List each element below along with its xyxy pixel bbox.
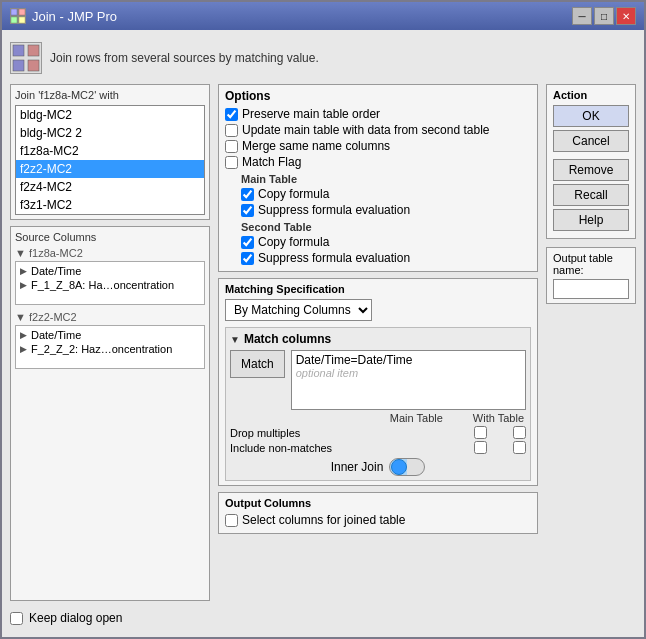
second-copy-formula-label: Copy formula <box>258 235 329 249</box>
action-title: Action <box>553 89 629 101</box>
inner-join-label: Inner Join <box>331 460 384 474</box>
list-item[interactable]: bldg-MC2 <box>16 106 204 124</box>
footer-row: Keep dialog open <box>10 607 636 629</box>
source-section-2: ▼ f2z2-MC2 ▶ Date/Time ▶ F_2_Z_2: Haz…on… <box>15 311 205 369</box>
output-name-input[interactable] <box>553 279 629 299</box>
match-columns-content: Match Date/Time=Date/Time optional item <box>230 350 526 410</box>
output-name-group: Output table name: <box>546 247 636 304</box>
include-non-matches-row: Include non-matches <box>230 441 526 454</box>
join-with-title: Join 'f1z8a-MC2' with <box>15 89 205 101</box>
title-bar-buttons: ─ □ ✕ <box>572 7 636 25</box>
list-item[interactable]: f1z8a-MC2 <box>16 142 204 160</box>
match-flag-label: Match Flag <box>242 155 301 169</box>
match-columns-group: ▼ Match columns Match Date/Time=Date/Tim… <box>225 327 531 481</box>
small-triangle-icon: ▶ <box>20 344 27 354</box>
content-area: Join rows from several sources by matchi… <box>2 30 644 637</box>
triangle-icon: ▼ <box>15 247 26 259</box>
include-non-matches-main-checkbox[interactable] <box>474 441 487 454</box>
match-flag-checkbox[interactable] <box>225 156 238 169</box>
match-columns-box[interactable]: Date/Time=Date/Time optional item <box>291 350 526 410</box>
include-non-matches-label: Include non-matches <box>230 442 332 454</box>
small-triangle-icon: ▶ <box>20 280 27 290</box>
recall-button[interactable]: Recall <box>553 184 629 206</box>
keep-dialog-label: Keep dialog open <box>29 611 122 625</box>
svg-rect-7 <box>28 60 39 71</box>
main-copy-formula-checkbox[interactable] <box>241 188 254 201</box>
title-bar-left: Join - JMP Pro <box>10 8 117 24</box>
drop-multiples-checkboxes <box>474 426 526 439</box>
matching-spec-group: Matching Specification By Matching Colum… <box>218 278 538 486</box>
main-copy-formula-label: Copy formula <box>258 187 329 201</box>
second-suppress-row: Suppress formula evaluation <box>241 251 531 265</box>
main-table-section: Main Table Copy formula Suppress formula… <box>241 173 531 217</box>
svg-rect-6 <box>28 45 39 56</box>
svg-rect-5 <box>13 60 24 71</box>
second-suppress-label: Suppress formula evaluation <box>258 251 410 265</box>
output-columns-title: Output Columns <box>225 497 531 509</box>
svg-rect-2 <box>11 17 17 23</box>
minimize-button[interactable]: ─ <box>572 7 592 25</box>
list-item[interactable]: f2z4-MC2 <box>16 178 204 196</box>
source-section-1-box: ▶ Date/Time ▶ F_1_Z_8A: Ha…oncentration <box>15 261 205 305</box>
select-columns-row: Select columns for joined table <box>225 513 531 527</box>
match-columns-label: Match columns <box>244 332 331 346</box>
right-panel: Action OK Cancel Remove Recall Help Outp… <box>546 84 636 601</box>
matching-columns-dropdown[interactable]: By Matching Columns Cartesian Join <box>225 299 372 321</box>
action-group: Action OK Cancel Remove Recall Help <box>546 84 636 239</box>
restore-button[interactable]: □ <box>594 7 614 25</box>
second-copy-formula-row: Copy formula <box>241 235 531 249</box>
output-columns-group: Output Columns Select columns for joined… <box>218 492 538 534</box>
merge-same-label: Merge same name columns <box>242 139 390 153</box>
source-columns-group: Source Columns ▼ f1z8a-MC2 ▶ Date/Time <box>10 226 210 601</box>
drop-multiples-label: Drop multiples <box>230 427 300 439</box>
match-columns-header: ▼ Match columns <box>230 332 526 346</box>
second-table-section: Second Table Copy formula Suppress formu… <box>241 221 531 265</box>
match-button[interactable]: Match <box>230 350 285 378</box>
svg-rect-3 <box>19 17 25 23</box>
main-suppress-checkbox[interactable] <box>241 204 254 217</box>
source-item: ▶ Date/Time <box>20 264 200 278</box>
source-section-1: ▼ f1z8a-MC2 ▶ Date/Time ▶ F_1_Z_8A: Ha…o… <box>15 247 205 305</box>
list-item[interactable]: f3z1-MC2 <box>16 196 204 214</box>
header-description: Join rows from several sources by matchi… <box>50 51 319 65</box>
list-item[interactable]: bldg-MC2 2 <box>16 124 204 142</box>
preserve-order-checkbox[interactable] <box>225 108 238 121</box>
main-table-column-label: Main Table <box>390 412 443 424</box>
ok-button[interactable]: OK <box>553 105 629 127</box>
drop-multiples-main-checkbox[interactable] <box>474 426 487 439</box>
source-item: ▶ Date/Time <box>20 328 200 342</box>
source-item: ▶ F_1_Z_8A: Ha…oncentration <box>20 278 200 292</box>
left-panel: Join 'f1z8a-MC2' with bldg-MC2 bldg-MC2 … <box>10 84 210 601</box>
svg-rect-0 <box>11 9 17 15</box>
table-labels-row: Main Table With Table <box>230 412 524 424</box>
join-with-list[interactable]: bldg-MC2 bldg-MC2 2 f1z8a-MC2 f2z2-MC2 f… <box>15 105 205 215</box>
merge-same-checkbox[interactable] <box>225 140 238 153</box>
update-main-checkbox[interactable] <box>225 124 238 137</box>
join-icon <box>10 42 42 74</box>
select-columns-checkbox[interactable] <box>225 514 238 527</box>
list-item-selected[interactable]: f2z2-MC2 <box>16 160 204 178</box>
option-row-4: Match Flag <box>225 155 531 169</box>
options-group: Options Preserve main table order Update… <box>218 84 538 272</box>
window-title: Join - JMP Pro <box>32 9 117 24</box>
help-button[interactable]: Help <box>553 209 629 231</box>
toggle-knob <box>391 459 407 475</box>
keep-dialog-checkbox[interactable] <box>10 612 23 625</box>
header-bar: Join rows from several sources by matchi… <box>10 38 636 78</box>
main-row: Join 'f1z8a-MC2' with bldg-MC2 bldg-MC2 … <box>10 84 636 601</box>
second-copy-formula-checkbox[interactable] <box>241 236 254 249</box>
source-section-2-box: ▶ Date/Time ▶ F_2_Z_2: Haz…oncentration <box>15 325 205 369</box>
remove-button[interactable]: Remove <box>553 159 629 181</box>
with-table-column-label: With Table <box>473 412 524 424</box>
close-button[interactable]: ✕ <box>616 7 636 25</box>
drop-multiples-with-checkbox[interactable] <box>513 426 526 439</box>
small-triangle-icon: ▶ <box>20 330 27 340</box>
select-columns-label: Select columns for joined table <box>242 513 405 527</box>
inner-join-toggle[interactable] <box>389 458 425 476</box>
include-non-matches-with-checkbox[interactable] <box>513 441 526 454</box>
cancel-button[interactable]: Cancel <box>553 130 629 152</box>
second-suppress-checkbox[interactable] <box>241 252 254 265</box>
optional-item: optional item <box>296 367 521 379</box>
matching-spec-title: Matching Specification <box>225 283 531 295</box>
option-row-3: Merge same name columns <box>225 139 531 153</box>
